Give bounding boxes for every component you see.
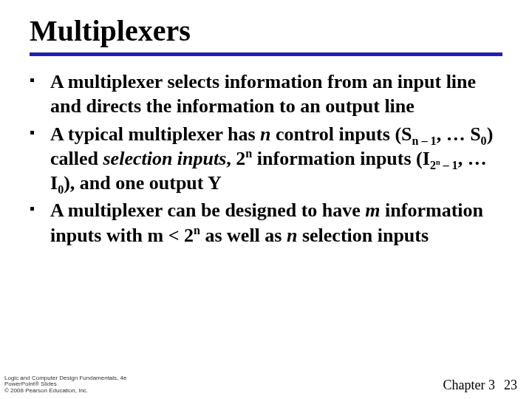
slide-title: Multiplexers (30, 13, 508, 48)
b2-sub1: n – 1 (412, 134, 437, 147)
footer-line3: © 2008 Pearson Education, Inc. (4, 388, 126, 395)
b2-sup1: n (245, 147, 252, 160)
bullet-1-text: A multiplexer selects information from a… (50, 71, 476, 117)
footer-chapter: Chapter 3 (443, 378, 495, 392)
b2-p1: A typical multiplexer has (50, 123, 260, 145)
b3-m1: m (365, 200, 380, 221)
slide: Multiplexers A multiplexer selects infor… (0, 0, 532, 399)
b3-p4: selection inputs (297, 225, 429, 246)
b3-p1: A multiplexer can be designed to have (50, 200, 365, 221)
bullet-2: A typical multiplexer has n control inpu… (30, 122, 508, 196)
footer-left: Logic and Computer Design Fundamentals, … (4, 375, 126, 395)
b2-p5: , 2 (226, 148, 245, 169)
b2-sub3c: – 1 (440, 159, 458, 171)
b2-sub2: 0 (481, 134, 487, 147)
b2-sel: selection inputs (103, 148, 227, 169)
bullet-3: A multiplexer can be designed to have m … (30, 198, 508, 248)
bullet-1: A multiplexer selects information from a… (30, 69, 508, 119)
footer-right: Chapter 323 (443, 378, 517, 393)
b2-p3: , … S (437, 123, 481, 145)
b2-p8: ), and one output Y (64, 172, 222, 194)
b2-sub4: 0 (58, 183, 64, 196)
b2-n: n (260, 123, 270, 145)
footer-page: 23 (504, 378, 517, 392)
title-underline (30, 52, 502, 56)
b3-n1: n (287, 225, 297, 246)
b2-sub3a: 2 (430, 159, 436, 171)
bullet-list: A multiplexer selects information from a… (30, 69, 508, 248)
b2-p6: information inputs (I (252, 148, 430, 169)
b3-p3: as well as (200, 225, 287, 246)
b2-p2: control inputs (S (271, 123, 412, 145)
b2-sub3: 2n – 1 (430, 159, 458, 171)
b3-sup1: n (194, 224, 200, 236)
